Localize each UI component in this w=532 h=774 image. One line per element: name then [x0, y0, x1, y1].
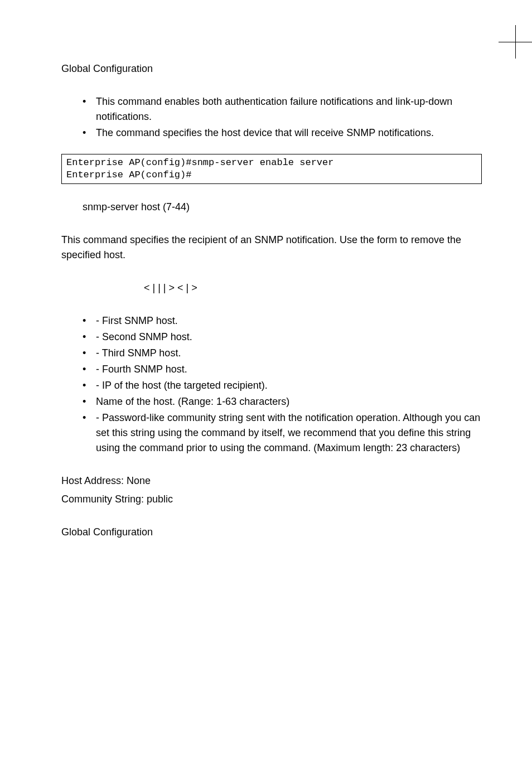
- default-community: Community String: public: [61, 492, 482, 507]
- param-3: - Third SNMP host.: [83, 346, 482, 361]
- notes-bullet-2-pre: The: [96, 127, 116, 138]
- param-6: Name of the host. (Range: 1-63 character…: [83, 394, 482, 409]
- default-section: Host Address: None Community String: pub…: [61, 473, 482, 507]
- parameters-section: - First SNMP host. - Second SNMP host. -…: [61, 313, 482, 456]
- code-example-block: Enterprise AP(config)#snmp-server enable…: [61, 154, 482, 184]
- syntax-section: < | | | > < | >: [61, 280, 482, 296]
- command-mode-text-1: Global Configuration: [61, 61, 482, 76]
- description-text: This command specifies the recipient of …: [61, 233, 482, 263]
- default-host: Host Address: None: [61, 473, 482, 488]
- param-7-d: command. (Maximum length: 23 characters): [264, 442, 460, 453]
- param-4: - Fourth SNMP host.: [83, 362, 482, 377]
- related-commands-section: snmp-server host (7-44): [61, 200, 482, 215]
- description-pre: This command specifies the recipient of …: [61, 234, 377, 245]
- param-7: - Password-like community string sent wi…: [83, 410, 482, 456]
- command-mode-text-2: Global Configuration: [61, 525, 482, 540]
- param-2: - Second SNMP host.: [83, 330, 482, 345]
- command-mode-section-2: Global Configuration: [61, 525, 482, 540]
- param-1: - First SNMP host.: [83, 313, 482, 328]
- notes-bullet-2-post: command specifies the host device that w…: [116, 127, 434, 138]
- description-section: This command specifies the recipient of …: [61, 233, 482, 263]
- related-commands-text: snmp-server host (7-44): [83, 200, 482, 215]
- notes-section: This command enables both authentication…: [61, 94, 482, 141]
- param-7-c: command prior to using the: [139, 442, 264, 453]
- crop-mark: [499, 25, 532, 59]
- notes-bullet-list: This command enables both authentication…: [61, 94, 482, 141]
- notes-bullet-1: This command enables both authentication…: [83, 94, 482, 124]
- command-mode-section-1: Global Configuration: [61, 61, 482, 76]
- notes-bullet-2: The command specifies the host device th…: [83, 125, 482, 141]
- param-5: - IP of the host (the targeted recipient…: [83, 378, 482, 393]
- syntax-text: < | | | > < | >: [61, 280, 482, 296]
- parameters-list: - First SNMP host. - Second SNMP host. -…: [61, 313, 482, 456]
